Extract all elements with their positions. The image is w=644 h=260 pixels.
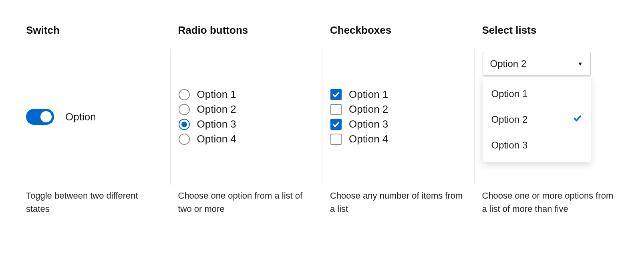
checkbox-label: Option 3 (349, 118, 388, 130)
select-wrap: Option 2 ▼ Option 1Option 2Option 3 (483, 52, 591, 162)
radio-option-4[interactable]: Option 4 (179, 133, 314, 145)
select-option-label: Option 3 (491, 140, 528, 151)
desc-select: Choose one or more options from a list o… (482, 189, 618, 215)
select-button[interactable]: Option 2 ▼ (483, 52, 591, 76)
select-option-label: Option 2 (491, 114, 528, 125)
check-icon (573, 140, 582, 151)
body-checkboxes: Option 1Option 2Option 3Option 4 (322, 49, 466, 185)
radio-option-3[interactable]: Option 3 (179, 118, 314, 130)
checkbox-label: Option 4 (349, 133, 388, 145)
select-option-1[interactable]: Option 1 (483, 81, 591, 107)
radio-icon (179, 134, 190, 145)
checkbox-icon (330, 119, 342, 130)
column-checkboxes: Checkboxes Option 1Option 2Option 3Optio… (322, 24, 474, 215)
check-icon (573, 88, 582, 100)
radio-icon (179, 89, 190, 100)
body-switch: Option (26, 49, 162, 185)
radio-label: Option 1 (197, 88, 236, 101)
checkbox-label: Option 2 (349, 103, 388, 116)
caret-down-icon: ▼ (578, 61, 583, 67)
switch-label: Option (65, 111, 96, 123)
radio-label: Option 4 (197, 133, 236, 145)
heading-checkboxes: Checkboxes (330, 24, 466, 37)
body-select: Option 2 ▼ Option 1Option 2Option 3 (474, 49, 618, 185)
check-icon (573, 114, 582, 125)
switch-toggle[interactable] (26, 109, 54, 125)
switch-row: Option (26, 109, 162, 125)
heading-select: Select lists (482, 24, 618, 37)
radio-icon (179, 119, 190, 130)
desc-checkboxes: Choose any number of items from a list (330, 189, 466, 215)
select-option-2[interactable]: Option 2 (483, 107, 591, 132)
desc-switch: Toggle between two different states (26, 189, 162, 215)
checkbox-option-1[interactable]: Option 1 (330, 88, 466, 101)
heading-radios: Radio buttons (178, 24, 314, 37)
column-switch: Switch Option Toggle between two differe… (26, 24, 170, 215)
radio-option-1[interactable]: Option 1 (179, 88, 314, 101)
select-menu: Option 1Option 2Option 3 (483, 77, 591, 162)
select-option-label: Option 1 (491, 88, 528, 100)
select-value: Option 2 (490, 58, 527, 69)
checkbox-option-3[interactable]: Option 3 (330, 118, 466, 130)
select-option-3[interactable]: Option 3 (483, 132, 591, 158)
desc-radios: Choose one option from a list of two or … (178, 189, 314, 215)
radio-label: Option 3 (197, 118, 236, 130)
heading-switch: Switch (26, 24, 162, 37)
checkbox-icon (330, 134, 342, 145)
body-radios: Option 1Option 2Option 3Option 4 (170, 49, 314, 185)
switch-knob (40, 111, 52, 122)
radio-icon (179, 104, 190, 115)
radio-option-2[interactable]: Option 2 (179, 103, 314, 116)
component-grid: Switch Option Toggle between two differe… (26, 24, 618, 215)
checkbox-icon (330, 104, 342, 115)
checkbox-option-2[interactable]: Option 2 (330, 103, 466, 116)
column-select: Select lists Option 2 ▼ Option 1Option 2… (474, 24, 618, 215)
column-radios: Radio buttons Option 1Option 2Option 3Op… (170, 24, 322, 215)
checkbox-list: Option 1Option 2Option 3Option 4 (330, 86, 466, 148)
checkbox-label: Option 1 (349, 88, 388, 101)
radio-label: Option 2 (197, 103, 236, 116)
checkbox-option-4[interactable]: Option 4 (330, 133, 466, 145)
checkbox-icon (330, 89, 342, 100)
radio-list: Option 1Option 2Option 3Option 4 (179, 86, 314, 148)
